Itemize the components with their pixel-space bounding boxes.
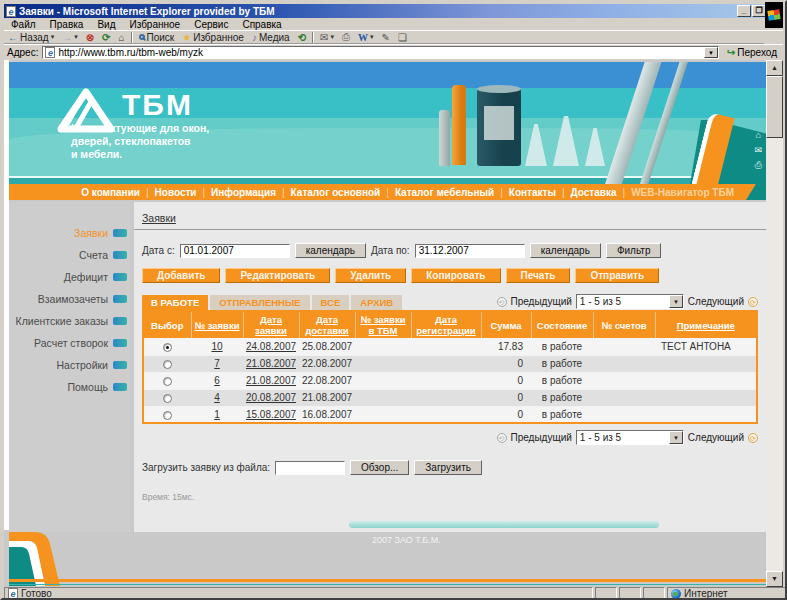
select-arrow-icon[interactable]: ▼ [669,431,683,444]
back-button[interactable]: ←Назад▾ [4,31,58,44]
home-button[interactable]: ⌂ [114,31,128,44]
order-number-link[interactable]: 1 [214,409,220,420]
order-number-link[interactable]: 4 [214,392,220,403]
edit-word-button[interactable]: W▾ [354,31,378,44]
nav-item[interactable]: Информация [211,187,291,198]
column-header[interactable]: № заявки [191,311,243,338]
browse-button[interactable]: Обзор... [350,460,409,475]
column-header[interactable]: № счетов [593,311,655,338]
next-page-icon[interactable]: ⟳ [748,297,758,307]
menu-item[interactable]: Правка [43,19,91,30]
refresh-button[interactable]: ⟳ [98,31,114,44]
row-radio[interactable] [163,343,172,352]
media-button[interactable]: ♪Медиа [248,31,294,44]
action-button[interactable]: Редактировать [225,268,330,283]
row-radio[interactable] [163,411,172,420]
address-input[interactable] [58,47,700,58]
order-date-link[interactable]: 21.08.2007 [246,358,296,369]
order-number-link[interactable]: 6 [214,375,220,386]
calendar-from-button[interactable]: календарь [295,243,366,258]
sidebar-item[interactable]: Расчет створок [9,332,130,354]
history-button[interactable]: ⟲ [294,31,310,44]
restore-button[interactable]: ❐ [752,5,766,17]
go-button[interactable]: ↪ Переход [724,47,780,58]
date-to-input[interactable] [415,244,525,258]
action-button[interactable]: Удалить [335,268,406,283]
nav-item[interactable]: О компании [81,187,154,198]
calendar-to-button[interactable]: календарь [530,243,601,258]
order-date-link[interactable]: 20.08.2007 [246,392,296,403]
forward-button[interactable]: →▾ [58,31,82,44]
prev-label[interactable]: Предыдущий [511,432,572,443]
sidebar-item[interactable]: Помощь [9,376,130,398]
nav-item[interactable]: Доставка [571,187,632,198]
column-header[interactable]: Дата доставки [299,311,355,338]
prev-page-icon[interactable]: ⟲ [497,297,507,307]
menu-item[interactable]: Сервис [187,19,235,30]
action-button[interactable]: Отправить [575,268,659,283]
prev-label[interactable]: Предыдущий [511,296,572,307]
sidebar-item[interactable]: Заявки [9,222,130,244]
filter-button[interactable]: Фильтр [606,243,662,258]
print-icon[interactable]: ⎙ [755,160,762,170]
page-range-select[interactable]: 1 - 5 из 5 ▼ [576,430,684,445]
search-button[interactable]: Поиск [135,31,179,44]
column-header[interactable]: Дата заявки [243,311,299,338]
select-arrow-icon[interactable]: ▼ [669,295,683,308]
tab[interactable]: АРХИВ [351,295,402,310]
upload-button[interactable]: Загрузить [414,460,482,475]
nav-item[interactable]: Каталог мебельный [395,187,509,198]
sidebar-item[interactable]: Настройки [9,354,130,376]
print-button[interactable]: ⎙ [338,31,354,44]
page-range-select[interactable]: 1 - 5 из 5 ▼ [576,294,684,309]
tab[interactable]: В РАБОТЕ [142,295,208,310]
discuss-button[interactable]: ❏ [394,31,411,44]
sidebar-item[interactable]: Дефицит [9,266,130,288]
nav-item[interactable]: WEB-Навигатор ТБМ [631,187,734,198]
row-radio[interactable] [163,360,172,369]
breadcrumb[interactable]: Заявки [142,212,176,224]
sidebar-item[interactable]: Взаимозачеты [9,288,130,310]
menu-item[interactable]: Избранное [122,19,187,30]
column-header[interactable]: Дата регистрации [411,311,481,338]
column-header[interactable]: № заявки в ТБМ [355,311,411,338]
nav-item[interactable]: Новости [155,187,212,198]
back-dropdown-icon[interactable]: ▾ [51,33,55,41]
scrollbar-thumb[interactable] [766,76,783,138]
sidebar-item[interactable]: Счета [9,244,130,266]
home-icon[interactable]: ⌂ [756,130,761,140]
column-header[interactable]: Примечание [655,311,757,338]
action-button[interactable]: Печать [506,268,571,283]
column-header[interactable]: Состояние [531,311,593,338]
action-button[interactable]: Добавить [142,268,220,283]
tab[interactable]: ВСЕ [312,295,350,310]
minimize-button[interactable]: _ [737,5,751,17]
stop-button[interactable]: ⊗ [82,31,98,44]
column-header[interactable]: Выбор [143,311,191,338]
column-header[interactable]: Сумма [481,311,531,338]
scroll-up-icon[interactable]: ▲ [766,60,783,76]
vertical-scrollbar[interactable]: ▲ ▼ [766,60,783,587]
menu-item[interactable]: Файл [4,19,43,30]
date-from-input[interactable] [180,244,290,258]
mail-button[interactable]: ✉▾ [316,31,338,44]
order-number-link[interactable]: 7 [214,358,220,369]
nav-item[interactable]: Каталог основной [291,187,395,198]
action-button[interactable]: Копировать [411,268,500,283]
favorites-button[interactable]: ★Избранное [178,31,248,44]
next-label[interactable]: Следующий [688,432,744,443]
nav-item[interactable]: Контакты [509,187,571,198]
row-radio[interactable] [163,377,172,386]
next-page-icon[interactable]: ⟳ [748,433,758,443]
address-dropdown-icon[interactable]: ▼ [704,47,718,58]
sidebar-item[interactable]: Клиентские заказы [9,310,130,332]
mail-icon[interactable]: ✉ [754,145,762,155]
scroll-down-icon[interactable]: ▼ [766,571,783,587]
edit-button[interactable]: ✎ [377,31,393,44]
menu-item[interactable]: Справка [235,19,288,30]
next-label[interactable]: Следующий [688,296,744,307]
row-radio[interactable] [163,394,172,403]
order-number-link[interactable]: 10 [211,341,222,352]
order-date-link[interactable]: 21.08.2007 [246,375,296,386]
order-date-link[interactable]: 15.08.2007 [246,409,296,420]
